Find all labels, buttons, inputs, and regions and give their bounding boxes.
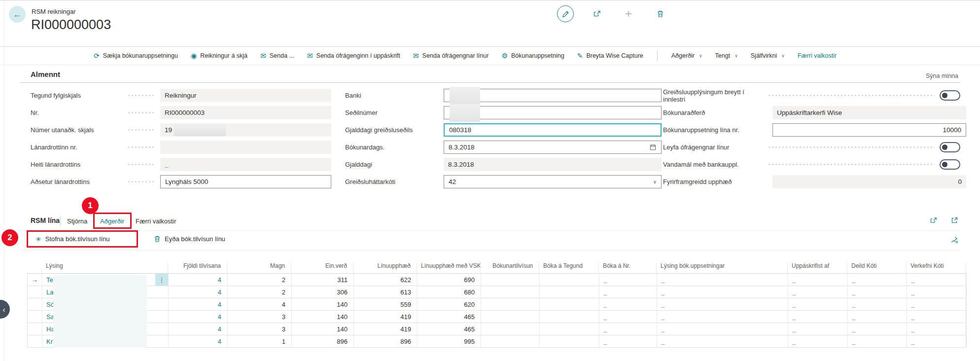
share-icon[interactable] bbox=[589, 5, 605, 22]
more-options-link[interactable]: Færri valkostir bbox=[798, 52, 837, 59]
cell-uppaskrifist[interactable]: _ bbox=[788, 274, 848, 286]
line-description-link[interactable]: Kr bbox=[46, 338, 53, 345]
cell-lysing_bok[interactable]: _ bbox=[657, 323, 788, 335]
field-greidsluupplysingum-breytt-toggle[interactable] bbox=[940, 90, 960, 101]
cell-lysing_bok[interactable]: _ bbox=[657, 298, 788, 310]
cell-uppaskrifist[interactable]: _ bbox=[788, 286, 848, 298]
cell-boka_a_tegund[interactable] bbox=[540, 274, 599, 286]
cell-desc[interactable]: Kr bbox=[42, 335, 169, 347]
cell-bokunartilvisun[interactable] bbox=[481, 335, 540, 347]
action-breyta-wise-capture[interactable]: ✎Breyta Wise Capture bbox=[577, 52, 643, 59]
cell-linuupphaed[interactable]: 622 bbox=[354, 274, 418, 286]
cell-deild[interactable]: _ bbox=[848, 298, 907, 310]
action-reikningur-a-skja[interactable]: ◉Reikningur á skjá bbox=[191, 52, 247, 59]
dropdown-chevron-icon[interactable]: ∨ bbox=[653, 179, 657, 184]
cell-verkefni[interactable]: _ bbox=[907, 335, 967, 347]
col-header-fjoldi[interactable]: Fjöldi tilvísana bbox=[168, 262, 227, 273]
delete-trash-icon[interactable] bbox=[652, 5, 668, 22]
cell-linuupphaed[interactable]: 559 bbox=[354, 298, 418, 310]
cell-einverd[interactable]: 140 bbox=[292, 298, 354, 310]
cell-magn[interactable]: 3 bbox=[228, 323, 292, 335]
share-icon[interactable] bbox=[929, 217, 938, 224]
cell-fjoldi[interactable]: 4 bbox=[169, 274, 228, 286]
cell-linuupphaed[interactable]: 896 bbox=[354, 335, 418, 347]
cell-verkefni[interactable]: _ bbox=[907, 274, 967, 286]
calendar-icon[interactable] bbox=[649, 144, 657, 151]
cell-linuupphaed_vsk[interactable]: 620 bbox=[418, 298, 481, 310]
menu-tengt[interactable]: Tengt∨ bbox=[715, 52, 738, 59]
field-vandamal-med-bankauppl-toggle[interactable] bbox=[940, 159, 960, 170]
cell-lysing_bok[interactable]: _ bbox=[657, 274, 788, 286]
cell-linuupphaed[interactable]: 419 bbox=[354, 323, 418, 335]
cell-magn[interactable]: 4 bbox=[228, 298, 292, 310]
cell-bokunartilvisun[interactable] bbox=[481, 274, 540, 286]
cell-boka_a_nr[interactable]: _ bbox=[599, 286, 657, 298]
field-leyfa-ofragengnar-linur-toggle[interactable] bbox=[940, 142, 960, 152]
cell-boka_a_tegund[interactable] bbox=[540, 298, 599, 310]
col-header-bokunartilvisun[interactable]: Bókunartilvísun bbox=[481, 262, 539, 273]
field-banki-value[interactable] bbox=[444, 89, 662, 102]
cell-deild[interactable]: _ bbox=[848, 311, 907, 323]
cell-boka_a_nr[interactable]: _ bbox=[599, 311, 657, 323]
cell-fjoldi[interactable]: 4 bbox=[169, 286, 228, 298]
cell-lysing_bok[interactable]: _ bbox=[657, 286, 788, 298]
cell-desc[interactable]: Ha bbox=[42, 323, 169, 335]
cell-uppaskrifist[interactable]: _ bbox=[788, 323, 848, 335]
col-header-linuupphaed_vsk[interactable]: Línuupphæð með VSK bbox=[417, 262, 481, 273]
col-header-magn[interactable]: Magn bbox=[227, 262, 291, 273]
field-sedilnumer-value[interactable] bbox=[444, 106, 662, 119]
tab-adgerdir[interactable]: Aðgerðir bbox=[100, 217, 124, 228]
field-bokunaruppsetning-lina-nr-value[interactable]: 10000 bbox=[772, 123, 966, 137]
back-button[interactable]: ← bbox=[9, 6, 26, 23]
edit-pencil-icon[interactable] bbox=[557, 5, 574, 22]
cell-fjoldi[interactable]: 4 bbox=[169, 335, 228, 347]
cell-boka_a_nr[interactable]: _ bbox=[599, 274, 657, 286]
cell-boka_a_nr[interactable]: _ bbox=[599, 298, 657, 310]
cell-linuupphaed[interactable]: 419 bbox=[354, 311, 418, 323]
cell-einverd[interactable]: 140 bbox=[292, 311, 354, 323]
cell-magn[interactable]: 1 bbox=[228, 335, 292, 347]
col-header-boka_a_nr[interactable]: Bóka á Nr. bbox=[599, 262, 657, 273]
delete-posting-reference-button[interactable]: Eyða bók.tilvísun línu bbox=[154, 235, 225, 243]
cell-magn[interactable]: 2 bbox=[228, 286, 292, 298]
field-greidsluhattarkoti-value[interactable]: 42∨ bbox=[444, 175, 662, 188]
cell-uppaskrifist[interactable]: _ bbox=[788, 335, 848, 347]
line-description-link[interactable]: Ha bbox=[46, 325, 55, 333]
col-header-deild[interactable]: Deild Kóti bbox=[847, 262, 907, 273]
line-description-link[interactable]: La bbox=[46, 289, 53, 296]
col-header-uppaskrifist[interactable]: Uppáskrifist af bbox=[788, 262, 847, 273]
cell-desc[interactable]: Te⋮ bbox=[42, 274, 169, 286]
cell-uppaskrifist[interactable]: _ bbox=[788, 311, 848, 323]
cell-bokunartilvisun[interactable] bbox=[481, 311, 540, 323]
cell-boka_a_tegund[interactable] bbox=[540, 311, 599, 323]
tab-stjorna[interactable]: Stjórna bbox=[67, 217, 87, 225]
unpin-icon[interactable] bbox=[950, 236, 958, 245]
action-senda-ofragenginn-i-uppaskrift[interactable]: ✉Senda ófrágenginn í uppáskrift bbox=[307, 52, 400, 59]
cell-linuupphaed_vsk[interactable]: 465 bbox=[418, 311, 481, 323]
cell-desc[interactable]: Só bbox=[42, 298, 169, 310]
cell-bokunartilvisun[interactable] bbox=[481, 298, 540, 310]
menu-adgerdir[interactable]: Aðgerðir∨ bbox=[671, 52, 702, 59]
cell-fjoldi[interactable]: 4 bbox=[169, 323, 228, 335]
cell-einverd[interactable]: 896 bbox=[292, 335, 354, 347]
cell-lysing_bok[interactable]: _ bbox=[657, 335, 788, 347]
cell-deild[interactable]: _ bbox=[848, 286, 907, 298]
cell-lysing_bok[interactable]: _ bbox=[657, 311, 788, 323]
cell-verkefni[interactable]: _ bbox=[907, 298, 967, 310]
cell-linuupphaed_vsk[interactable]: 995 bbox=[418, 335, 481, 347]
create-posting-reference-button[interactable]: ✳ Stofna bók.tilvísun línu bbox=[35, 235, 110, 243]
line-description-link[interactable]: Te bbox=[46, 276, 53, 284]
expand-panel-chevron[interactable]: ‹ bbox=[0, 300, 10, 319]
field-bokunardags-value[interactable]: 8.3.2018 bbox=[444, 141, 662, 154]
field-gjalddagi-greidslusedils-value[interactable]: 080318 bbox=[444, 123, 662, 137]
cell-einverd[interactable]: 140 bbox=[292, 323, 354, 335]
cell-desc[interactable]: La bbox=[42, 286, 169, 298]
action-senda-ofragengnar-linur[interactable]: ✉Senda ófrágengnar línur bbox=[413, 52, 489, 59]
col-header-verkefni[interactable]: Verkefni Kóti bbox=[907, 262, 966, 273]
cell-magn[interactable]: 3 bbox=[228, 311, 292, 323]
cell-verkefni[interactable]: _ bbox=[907, 311, 967, 323]
cell-verkefni[interactable]: _ bbox=[907, 323, 967, 335]
menu-sjalfvirkni[interactable]: Sjálfvirkni∨ bbox=[751, 52, 785, 59]
cell-fjoldi[interactable]: 4 bbox=[169, 311, 228, 323]
col-header-desc[interactable]: Lýsing bbox=[42, 262, 168, 273]
